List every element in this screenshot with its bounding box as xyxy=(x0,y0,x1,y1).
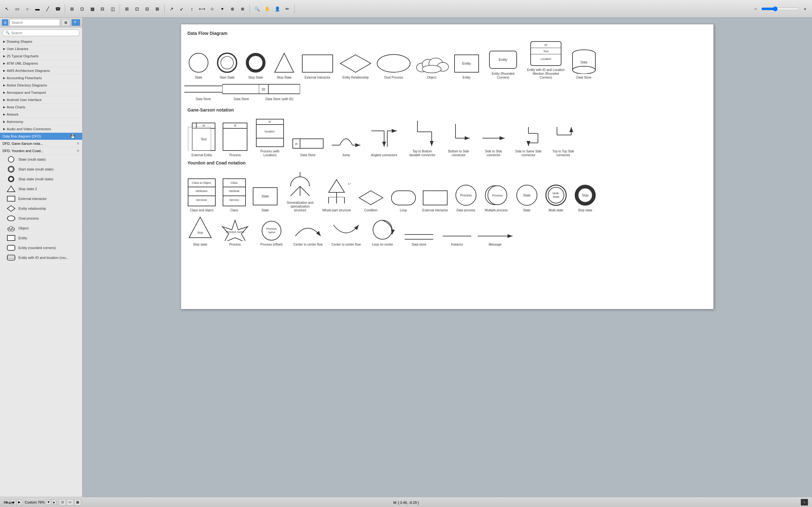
close-file-icon[interactable]: ✕ xyxy=(77,134,80,138)
next-page-btn[interactable]: ▶ xyxy=(16,499,22,505)
shape-start-state[interactable]: Start State xyxy=(216,52,238,79)
shape-datastore-line2[interactable]: Data Store xyxy=(225,83,257,101)
sidebar-item-audio-video[interactable]: ▶ Audio and Video Connectors xyxy=(0,125,82,133)
grid2-icon[interactable]: ⊞ xyxy=(122,4,131,13)
sidebar-shape-stop-state-2[interactable]: Stop state 2 xyxy=(0,184,82,194)
yc-shape-stop-tri[interactable]: Stop Stop state xyxy=(188,216,213,246)
yc-shape-message[interactable]: Message xyxy=(479,231,511,246)
zoom-tool-icon[interactable]: 🔍 xyxy=(252,4,261,13)
user-icon[interactable]: 👤 xyxy=(273,4,282,13)
fit-icon[interactable]: ⊡ xyxy=(59,499,66,505)
gs-shape-jump[interactable]: Jump xyxy=(330,126,362,157)
close-file-icon[interactable]: ✕ xyxy=(77,149,80,153)
pencil-icon[interactable]: ✏ xyxy=(283,4,292,13)
sidebar-item-artwork[interactable]: ▶ Artwork xyxy=(0,111,82,118)
close-file-icon[interactable]: ✕ xyxy=(77,141,80,146)
table-icon[interactable]: ▦ xyxy=(88,4,97,13)
gs-shape-ss-conn[interactable]: Side to Side connector xyxy=(479,129,508,157)
sidebar-item-accounting[interactable]: ▶ Accounting Flowcharts xyxy=(0,74,82,82)
sidebar-shape-state-multi[interactable]: State (multi state) xyxy=(0,155,82,164)
ellipse-tool-icon[interactable]: ○ xyxy=(23,4,32,13)
yc-shape-data-proc[interactable]: Process Data process xyxy=(455,184,477,212)
gs-shape-datastore[interactable]: id Data Store xyxy=(292,135,324,157)
sidebar-item-active-directory[interactable]: ▶ Active Directory Diagrams xyxy=(0,82,82,89)
yc-shape-loop-center[interactable]: Loop on center xyxy=(368,219,397,246)
canvas-area[interactable]: Data Flow Diagram State xyxy=(83,18,812,497)
yc-shape-class-obj[interactable]: Class-&-Object Attributes Services Class… xyxy=(188,178,216,212)
zoom-down-btn[interactable]: ▼ xyxy=(46,500,51,505)
arrow-down-left-icon[interactable]: ↙ xyxy=(177,4,186,13)
sidebar-grid-icon[interactable]: ⊞ xyxy=(61,19,70,26)
shape-datastore-id[interactable]: ID Data Store (with ID) xyxy=(264,83,295,101)
shape-state[interactable]: State xyxy=(188,52,210,79)
sidebar-item-orgcharts[interactable]: ▶ 25 Typical Orgcharts xyxy=(0,53,82,60)
sidebar-item-drawing-shapes[interactable]: ▶ Drawing Shapes xyxy=(0,38,82,45)
file-item-gane-sarson[interactable]: DFD, Gane-Sarson nota... ✕ xyxy=(0,140,82,147)
gs-shape-sss-conn[interactable]: Side to Same Side connector xyxy=(514,125,543,157)
sidebar-shape-entity[interactable]: Entity xyxy=(0,233,82,243)
arrow-updown-icon[interactable]: ↕ xyxy=(188,4,196,13)
shape-entity-id[interactable]: ID Text Location Entity with ID and Loca… xyxy=(527,41,565,79)
sidebar-shape-entity-id-loc[interactable]: Entity with ID and location (rou... xyxy=(0,253,82,263)
zoom-slider[interactable] xyxy=(761,6,799,11)
grid-view-icon[interactable]: ▦ xyxy=(74,499,81,505)
view-icon[interactable]: ⊡ xyxy=(78,4,87,13)
yc-shape-process[interactable]: Process name Process xyxy=(219,219,251,246)
yc-shape-c2c-flow1[interactable]: Center to center flow xyxy=(292,219,324,246)
sidebar-shape-oval-process[interactable]: Oval process xyxy=(0,214,82,223)
yc-shape-instance[interactable]: Instance xyxy=(441,231,473,246)
sidebar-item-astronomy[interactable]: ▶ Astronomy xyxy=(0,118,82,125)
yc-shape-loop[interactable]: Loop xyxy=(391,189,416,212)
sidebar-shape-stop-state-multi[interactable]: Stop state (multi state) xyxy=(0,174,82,184)
yc-shape-gen-spec[interactable]: Generalization and specialization struct… xyxy=(284,170,316,212)
cross-icon[interactable]: ⊠ xyxy=(153,4,162,13)
page-icon[interactable]: ▭ xyxy=(67,499,73,505)
sidebar-item-android[interactable]: ▶ Android User Interface xyxy=(0,96,82,104)
plus-circle-icon[interactable]: ⊕ xyxy=(228,4,237,13)
save-icon[interactable]: 💾 xyxy=(70,134,75,138)
zoom-up-btn[interactable]: ▲ xyxy=(51,500,56,505)
shape-data-store-cyl[interactable]: Data Data Store xyxy=(571,49,597,79)
arrow-leftright-icon[interactable]: ⟷ xyxy=(198,4,206,13)
yc-shape-data-store[interactable]: Data store xyxy=(403,228,435,246)
diagonal-tool-icon[interactable]: ╱ xyxy=(43,4,52,13)
arrow-up-right-icon[interactable]: ↗ xyxy=(167,4,176,13)
yc-shape-process-off[interactable]: Process name Process (offset) xyxy=(257,219,286,246)
sidebar-item-area-charts[interactable]: ▶ Area Charts xyxy=(0,104,82,111)
sidebar-shape-start-state[interactable]: Start state (multi state) xyxy=(0,164,82,174)
yc-shape-state[interactable]: State State xyxy=(252,186,278,212)
shape-object[interactable]: Object xyxy=(416,52,448,79)
shape-oval-process[interactable]: Oval Process xyxy=(378,53,409,79)
sidebar-item-aerospace[interactable]: ▶ Aerospace and Transport xyxy=(0,89,82,96)
shape-datastore-line1[interactable]: Data Store xyxy=(188,83,219,101)
file-item-yourdon[interactable]: DFD, Yourdon and Coad... ✕ xyxy=(0,147,82,155)
gs-shape-tt-conn[interactable]: Top to Top Side connector xyxy=(549,125,577,157)
yc-shape-c2c-flow2[interactable]: Center to center flow xyxy=(330,219,362,246)
file-item-dfd[interactable]: Data flow diagram (DFD) 💾 ✕ xyxy=(0,133,82,140)
sidebar-menu-icon[interactable]: ☰ xyxy=(2,19,8,26)
zoom-out-icon[interactable]: − xyxy=(751,4,760,13)
shape-entity-rounded[interactable]: Entity Entity (Rounded Corners) xyxy=(486,49,520,79)
times-circle-icon[interactable]: ⊗ xyxy=(238,4,247,13)
sidebar-item-atm-uml[interactable]: ▶ ATM UML Diagrams xyxy=(0,60,82,67)
minus2-icon[interactable]: ⊟ xyxy=(143,4,152,13)
sidebar-item-user-libraries[interactable]: ▶ User Libraries xyxy=(0,45,82,53)
select-tool-icon[interactable]: ↖ xyxy=(3,4,11,13)
sidebar-search-icon[interactable]: 🔍 xyxy=(71,19,80,26)
yc-shape-multi-proc[interactable]: Process Multiple process xyxy=(484,184,509,212)
connector-icon[interactable]: ⊹ xyxy=(208,4,217,13)
phone-tool-icon[interactable]: ☎ xyxy=(53,4,62,13)
pan-tool-icon[interactable]: ✋ xyxy=(263,4,271,13)
shape-entity[interactable]: Entity Entity xyxy=(454,53,479,79)
sidebar-search-input[interactable] xyxy=(9,19,60,26)
grid-icon[interactable]: ⊞ xyxy=(67,4,77,13)
yc-shape-multi-state[interactable]: Multi- State Multi-state xyxy=(545,184,567,212)
gs-shape-tb-var[interactable]: Top to Bottom Variable connector xyxy=(406,119,438,157)
shape-ext-interactor[interactable]: External Interactor xyxy=(302,53,334,79)
frame-icon[interactable]: ◫ xyxy=(108,4,117,13)
yc-shape-ext-int[interactable]: External interactor xyxy=(422,189,448,212)
star-icon[interactable]: ✦ xyxy=(218,4,227,13)
gs-shape-angled-conn[interactable]: Angled connectors xyxy=(368,126,400,157)
yc-shape-class[interactable]: Class Attribute Service Class xyxy=(222,178,246,212)
zoom-in-icon[interactable]: + xyxy=(801,4,809,13)
